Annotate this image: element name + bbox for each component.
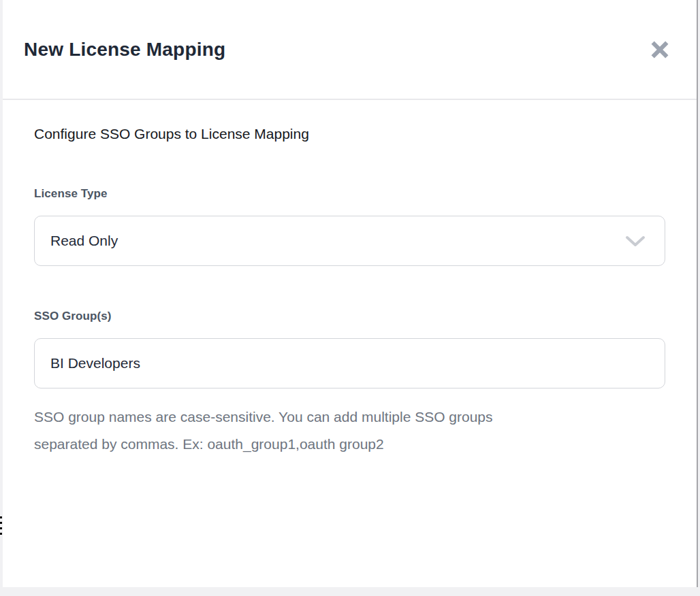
dialog-body: Configure SSO Groups to License Mapping … bbox=[3, 100, 697, 458]
close-button[interactable] bbox=[648, 37, 672, 62]
sso-groups-label: SSO Group(s) bbox=[34, 310, 665, 323]
dialog-subtitle: Configure SSO Groups to License Mapping bbox=[34, 126, 665, 142]
dialog-header: New License Mapping bbox=[3, 0, 697, 100]
sso-groups-field: SSO Group(s) SSO group names are case-se… bbox=[34, 310, 665, 458]
dialog-title: New License Mapping bbox=[24, 39, 225, 61]
page-background: New License Mapping Configure SSO Groups… bbox=[0, 0, 700, 596]
chevron-down-icon bbox=[625, 235, 646, 247]
license-type-field: License Type Read Only bbox=[34, 187, 665, 266]
clipped-background-list-icon bbox=[0, 516, 2, 535]
new-license-mapping-dialog: New License Mapping Configure SSO Groups… bbox=[3, 0, 698, 587]
license-type-label: License Type bbox=[34, 187, 665, 201]
sso-groups-help-text: SSO group names are case-sensitive. You … bbox=[34, 403, 665, 458]
license-type-selected-value: Read Only bbox=[50, 233, 118, 249]
sso-groups-input[interactable] bbox=[34, 338, 665, 388]
license-type-select[interactable]: Read Only bbox=[34, 216, 665, 266]
x-icon bbox=[650, 40, 669, 59]
